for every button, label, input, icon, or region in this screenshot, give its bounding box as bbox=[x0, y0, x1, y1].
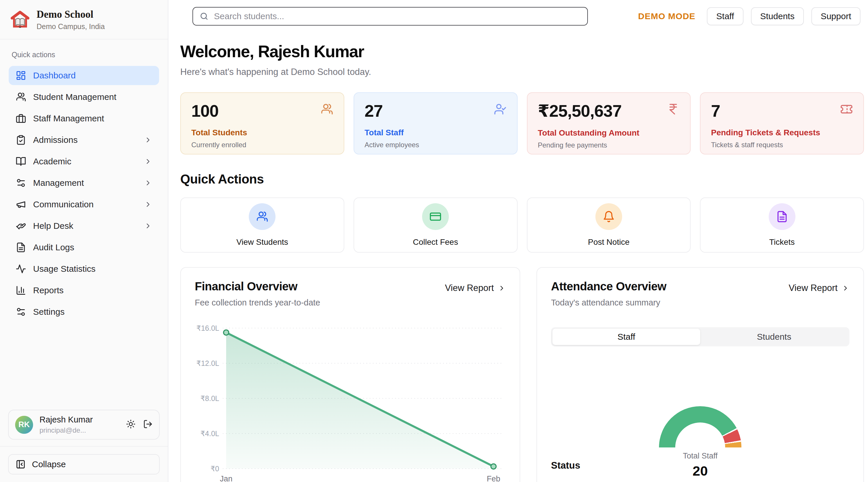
sidebar-item-academic[interactable]: Academic bbox=[9, 152, 159, 171]
logout-icon[interactable] bbox=[143, 419, 153, 430]
sidebar-item-reports[interactable]: Reports bbox=[9, 281, 159, 300]
quick-action-view-students[interactable]: View Students bbox=[180, 198, 344, 252]
attendance-tab-staff[interactable]: Staff bbox=[553, 329, 700, 345]
school-logo-icon bbox=[10, 10, 30, 29]
stat-value: 7 bbox=[711, 101, 853, 121]
staff-button[interactable]: Staff bbox=[707, 7, 743, 25]
stat-label: Pending Tickets & Requests bbox=[711, 128, 853, 137]
settings-sliders-icon bbox=[16, 178, 26, 188]
svg-text:₹12.0L: ₹12.0L bbox=[196, 359, 219, 367]
megaphone-icon bbox=[16, 199, 26, 210]
stat-value: 100 bbox=[191, 101, 333, 121]
sidebar-item-label: Staff Management bbox=[33, 114, 104, 123]
quick-action-collect-fees[interactable]: Collect Fees bbox=[353, 198, 518, 252]
financial-view-report-link[interactable]: View Report bbox=[445, 283, 506, 293]
sidebar-item-admissions[interactable]: Admissions bbox=[9, 130, 159, 150]
attendance-overview-panel: Attendance Overview Today's attendance s… bbox=[536, 267, 864, 482]
search-icon bbox=[199, 11, 209, 21]
sidebar-item-label: Audit Logs bbox=[33, 242, 74, 252]
chevron-right-icon bbox=[144, 222, 152, 230]
sidebar-item-label: Communication bbox=[33, 200, 93, 209]
sidebar-item-label: Help Desk bbox=[33, 221, 73, 231]
stat-label: Total Outstanding Amount bbox=[538, 128, 680, 138]
chevron-right-icon bbox=[144, 200, 152, 209]
clipboard-check-icon bbox=[16, 135, 26, 145]
quick-action-label: Collect Fees bbox=[413, 238, 458, 247]
search-box bbox=[192, 7, 588, 26]
students-button[interactable]: Students bbox=[751, 7, 804, 25]
file-text-icon bbox=[776, 211, 788, 223]
users-icon bbox=[320, 103, 333, 116]
gauge-center-value: 20 bbox=[693, 463, 708, 479]
stats-row: 100Total StudentsCurrently enrolled27Tot… bbox=[180, 92, 864, 154]
ticket-icon bbox=[840, 103, 853, 116]
attendance-tabs: StaffStudents bbox=[551, 327, 849, 347]
svg-text:Jan: Jan bbox=[220, 475, 232, 482]
attendance-tab-students[interactable]: Students bbox=[700, 329, 848, 345]
status-heading: Status bbox=[551, 460, 580, 471]
credit-card-icon bbox=[429, 211, 441, 223]
financial-title: Financial Overview bbox=[195, 280, 320, 293]
sidebar-footer: Collapse bbox=[0, 446, 168, 482]
file-text-icon bbox=[16, 242, 26, 252]
quick-action-label: Post Notice bbox=[588, 238, 629, 247]
quick-action-label: Tickets bbox=[769, 238, 795, 247]
attendance-view-report-link[interactable]: View Report bbox=[789, 283, 849, 293]
sidebar-item-usage-statistics[interactable]: Usage Statistics bbox=[9, 259, 159, 278]
sidebar-nav: Quick actions DashboardStudent Managemen… bbox=[0, 39, 168, 403]
sidebar-item-settings[interactable]: Settings bbox=[9, 302, 159, 322]
stat-card-total-outstanding-amount[interactable]: ₹25,50,637Total Outstanding AmountPendin… bbox=[527, 92, 691, 154]
sidebar-item-label: Reports bbox=[33, 285, 64, 295]
bar-chart-icon bbox=[16, 285, 26, 296]
stat-card-pending-tickets-requests[interactable]: 7Pending Tickets & RequestsTickets & sta… bbox=[700, 92, 864, 154]
demo-mode-badge: DEMO MODE bbox=[638, 11, 695, 21]
sidebar-item-label: Student Management bbox=[33, 92, 116, 102]
user-check-icon bbox=[494, 103, 506, 116]
gauge-center-label: Total Staff bbox=[683, 452, 718, 460]
nav-section-label: Quick actions bbox=[11, 51, 159, 59]
stat-card-total-staff[interactable]: 27Total StaffActive employees bbox=[353, 92, 518, 154]
attendance-subtitle: Today's attendance summary bbox=[551, 298, 666, 307]
quick-action-tickets[interactable]: Tickets bbox=[700, 198, 864, 252]
quick-action-post-notice[interactable]: Post Notice bbox=[527, 198, 691, 252]
sidebar-item-help-desk[interactable]: Help Desk bbox=[9, 216, 159, 236]
school-location: Demo Campus, India bbox=[37, 22, 105, 31]
sidebar-item-audit-logs[interactable]: Audit Logs bbox=[9, 238, 159, 257]
users-icon bbox=[256, 211, 268, 223]
user-email: principal@de... bbox=[39, 426, 93, 434]
stat-value: ₹25,50,637 bbox=[538, 101, 680, 121]
helping-hand-icon bbox=[16, 221, 26, 231]
collapse-sidebar-button[interactable]: Collapse bbox=[8, 454, 160, 475]
stat-card-total-students[interactable]: 100Total StudentsCurrently enrolled bbox=[180, 92, 344, 154]
user-name: Rajesh Kumar bbox=[39, 415, 93, 424]
quick-actions-title: Quick Actions bbox=[180, 172, 864, 186]
user-card[interactable]: RK Rajesh Kumar principal@de... bbox=[8, 410, 160, 440]
stat-sublabel: Tickets & staff requests bbox=[711, 141, 853, 149]
support-button[interactable]: Support bbox=[811, 7, 861, 25]
search-input[interactable] bbox=[214, 11, 581, 21]
svg-text:Feb: Feb bbox=[487, 475, 500, 482]
dashboard-icon bbox=[16, 70, 26, 81]
sidebar-item-staff-management[interactable]: Staff Management bbox=[9, 109, 159, 128]
page-title: Welcome, Rajesh Kumar bbox=[180, 42, 864, 61]
sidebar-item-label: Usage Statistics bbox=[33, 264, 95, 274]
sidebar-item-student-management[interactable]: Student Management bbox=[9, 87, 159, 107]
financial-overview-panel: Financial Overview Fee collection trends… bbox=[180, 267, 520, 482]
chevron-right-icon bbox=[144, 157, 152, 165]
theme-toggle-sun-icon[interactable] bbox=[126, 419, 135, 430]
chevron-right-icon bbox=[144, 179, 152, 187]
sidebar-item-communication[interactable]: Communication bbox=[9, 195, 159, 214]
stat-sublabel: Currently enrolled bbox=[191, 141, 333, 149]
fee-trend-chart: ₹16.0L₹12.0L₹8.0L₹4.0L₹0JanFeb bbox=[195, 319, 506, 482]
school-name: Demo School bbox=[37, 9, 105, 20]
sidebar-item-label: Settings bbox=[33, 307, 64, 317]
stat-label: Total Students bbox=[191, 128, 333, 137]
avatar: RK bbox=[15, 416, 33, 434]
sidebar: Demo School Demo Campus, India Quick act… bbox=[0, 0, 168, 482]
stat-label: Total Staff bbox=[365, 128, 506, 137]
sidebar-item-management[interactable]: Management bbox=[9, 173, 159, 192]
bell-icon bbox=[603, 211, 615, 223]
chevron-right-icon bbox=[498, 284, 506, 292]
sidebar-item-dashboard[interactable]: Dashboard bbox=[9, 66, 159, 85]
attendance-gauge-chart bbox=[659, 406, 741, 447]
